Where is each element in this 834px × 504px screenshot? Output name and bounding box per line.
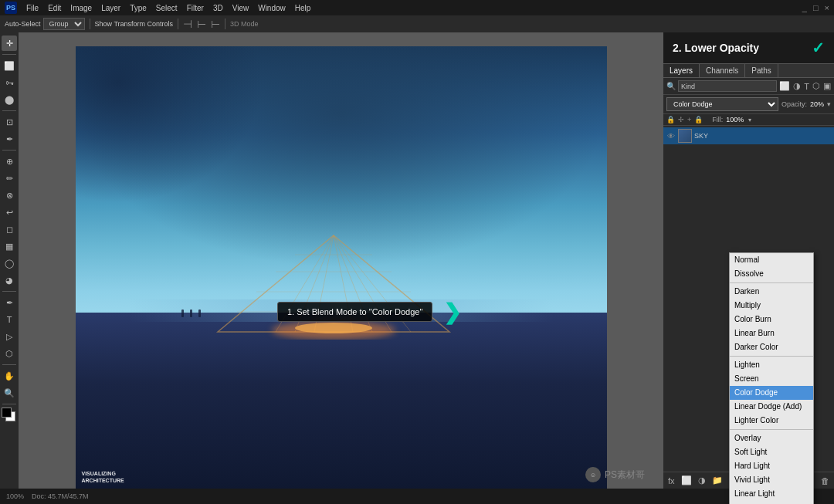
adjustment-icon[interactable]: ◑ <box>697 474 707 487</box>
lasso-tool[interactable]: 🗝 <box>2 75 17 90</box>
blend-linear-light[interactable]: Linear Light <box>730 487 813 501</box>
blend-color-burn[interactable]: Color Burn <box>730 313 813 326</box>
blend-darker-color[interactable]: Darker Color <box>730 340 813 354</box>
blend-vivid-light[interactable]: Vivid Light <box>730 473 813 487</box>
folder-icon[interactable]: 📁 <box>710 474 724 487</box>
blend-multiply[interactable]: Multiply <box>730 299 813 313</box>
gradient-tool[interactable]: ▦ <box>2 238 17 254</box>
healing-brush-tool[interactable]: ⊕ <box>2 154 17 169</box>
layers-kind-input[interactable] <box>678 80 777 92</box>
shape-tool[interactable]: ⬡ <box>2 346 17 361</box>
person-1 <box>181 310 184 317</box>
blend-color-dodge[interactable]: Color Dodge <box>730 386 813 400</box>
tool-mode-select[interactable]: Group <box>43 18 85 30</box>
person-2 <box>190 310 192 317</box>
blend-dissolve[interactable]: Dissolve <box>730 267 813 281</box>
tool-divider-6 <box>2 404 16 404</box>
blend-lighter-color[interactable]: Lighter Color <box>730 414 813 428</box>
tab-channels[interactable]: Channels <box>700 64 745 77</box>
menu-bar: PS File Edit Image Layer Type Select Fil… <box>0 0 834 15</box>
blend-normal[interactable]: Normal <box>730 253 813 267</box>
menu-filter[interactable]: Filter <box>187 4 204 12</box>
menu-help[interactable]: Help <box>295 4 311 12</box>
menu-file[interactable]: File <box>26 4 39 12</box>
step-banner: 2. Lower Opacity ✓ <box>663 32 834 63</box>
blur-tool[interactable]: ◯ <box>2 255 17 271</box>
hand-tool[interactable]: ✋ <box>2 368 17 384</box>
layers-icon-smart[interactable]: ▣ <box>823 81 831 91</box>
opacity-label: Opacity: <box>781 100 807 108</box>
menu-layer[interactable]: Layer <box>101 4 120 12</box>
align-left-icon[interactable]: ⊣ <box>183 18 192 30</box>
add-mask-icon[interactable]: ⬜ <box>680 474 693 487</box>
delete-layer-icon[interactable]: 🗑 <box>819 475 831 487</box>
rectangle-select-tool[interactable]: ⬜ <box>2 58 17 73</box>
menu-type[interactable]: Type <box>130 4 147 12</box>
blend-pin-light[interactable]: Pin Light <box>730 501 813 504</box>
dropdown-sep-2 <box>730 356 813 357</box>
align-right-icon[interactable]: ⊢ <box>211 18 220 30</box>
menu-3d[interactable]: 3D <box>213 4 223 12</box>
layers-toolbar-icons: ⬜ ◑ T ⬡ ▣ <box>779 81 831 91</box>
tab-layers[interactable]: Layers <box>663 64 700 77</box>
menu-view[interactable]: View <box>232 4 249 12</box>
layer-row-sky[interactable]: 👁 SKY <box>663 127 834 144</box>
ps-suicaige-watermark: ☺ PS素材哥 <box>585 467 645 482</box>
toolbar-divider-1 <box>90 19 90 29</box>
blend-hard-light[interactable]: Hard Light <box>730 459 813 473</box>
brush-tool[interactable]: ✏ <box>2 171 17 186</box>
zoom-tool[interactable]: 🔍 <box>2 385 17 401</box>
layers-icon-type[interactable]: T <box>804 82 809 91</box>
move-tool[interactable]: ✛ <box>2 36 17 51</box>
add-style-icon[interactable]: fx <box>666 475 676 487</box>
menu-select[interactable]: Select <box>156 4 178 12</box>
tab-paths[interactable]: Paths <box>745 64 778 77</box>
options-bar: Auto-Select Group Show Transform Control… <box>0 15 834 32</box>
menu-window[interactable]: Window <box>258 4 286 12</box>
blend-linear-burn[interactable]: Linear Burn <box>730 326 813 340</box>
pen-tool[interactable]: ✒ <box>2 295 17 310</box>
blend-mode-select[interactable]: Color Dodge <box>666 97 778 111</box>
doc-size: Doc: 45.7M/45.7M <box>32 492 89 500</box>
layers-icon-shape[interactable]: ⬡ <box>812 81 820 91</box>
color-swatch[interactable] <box>2 408 17 423</box>
fill-value[interactable]: 100% <box>726 116 744 123</box>
path-select-tool[interactable]: ▷ <box>2 329 17 344</box>
blend-linear-dodge[interactable]: Linear Dodge (Add) <box>730 400 813 414</box>
blend-screen[interactable]: Screen <box>730 372 813 386</box>
clone-stamp-tool[interactable]: ⊗ <box>2 188 17 203</box>
eraser-tool[interactable]: ◻ <box>2 222 17 237</box>
layers-icon-pixel[interactable]: ⬜ <box>779 81 790 91</box>
blend-overlay[interactable]: Overlay <box>730 431 813 445</box>
text-tool[interactable]: T <box>2 312 17 327</box>
dropdown-sep-3 <box>730 429 813 430</box>
watermark-logo: ☺ <box>585 467 601 482</box>
lock-icon-1: 🔒 <box>666 116 675 123</box>
align-center-icon[interactable]: ⊢ <box>197 18 206 30</box>
blend-lighten[interactable]: Lighten <box>730 358 813 372</box>
layers-icon-adjust[interactable]: ◑ <box>793 81 801 91</box>
dropdown-sep-1 <box>730 282 813 283</box>
opacity-value[interactable]: 20% <box>810 100 824 108</box>
blend-soft-light[interactable]: Soft Light <box>730 445 813 459</box>
tool-divider-5 <box>2 364 16 365</box>
fill-arrow: ▾ <box>748 117 751 123</box>
eyedropper-tool[interactable]: ✒ <box>2 131 17 147</box>
foreground-color[interactable] <box>2 408 12 418</box>
step-check-icon: ✓ <box>812 39 825 57</box>
blend-mode-row: Color Dodge Opacity: 20% ▾ <box>663 95 834 114</box>
dodge-tool[interactable]: ◕ <box>2 272 17 288</box>
callout-text: 1. Set Blend Mode to "Color Dodge" <box>287 307 422 316</box>
tool-divider-2 <box>2 110 16 111</box>
quick-select-tool[interactable]: ⬤ <box>2 92 17 107</box>
blend-darken[interactable]: Darken <box>730 285 813 299</box>
zoom-level: 100% <box>6 492 24 500</box>
architecture-svg <box>210 232 457 340</box>
menu-image[interactable]: Image <box>70 4 92 12</box>
menu-edit[interactable]: Edit <box>48 4 61 12</box>
blend-mode-dropdown: Normal Dissolve Darken Multiply Color Bu… <box>729 252 814 504</box>
layer-visibility-icon[interactable]: 👁 <box>666 132 676 140</box>
step-banner-text: 2. Lower Opacity <box>673 42 759 54</box>
history-brush-tool[interactable]: ↩ <box>2 205 17 220</box>
crop-tool[interactable]: ⊡ <box>2 114 17 130</box>
